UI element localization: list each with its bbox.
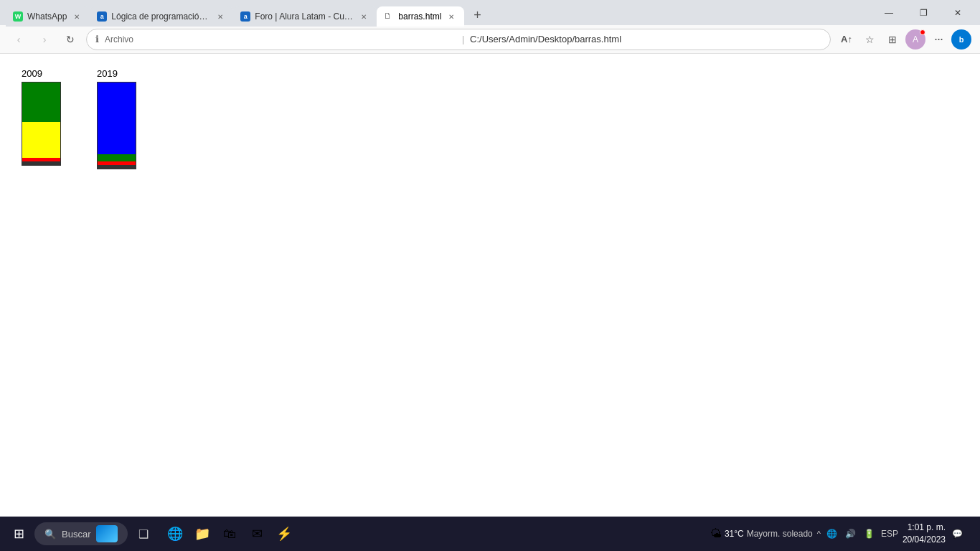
- volume-icon[interactable]: 🔊: [844, 527, 858, 541]
- menu-button[interactable]: ···: [928, 29, 948, 50]
- url-separator: |: [462, 34, 464, 44]
- bing-button[interactable]: b: [951, 29, 971, 50]
- window-controls: — ❐ ✕: [872, 1, 974, 24]
- profile-initial: A: [913, 34, 918, 44]
- mail-icon: ✉: [252, 526, 263, 542]
- toolbar-right: A↑ ☆ ⊞ A ··· b: [837, 29, 971, 50]
- browser-window: W WhatsApp ✕ a Lógica de programación: P…: [0, 0, 980, 551]
- tab-barras-label: barras.html: [398, 11, 441, 22]
- taskbar-store[interactable]: 🛍: [217, 521, 242, 547]
- tab-strip: W WhatsApp ✕ a Lógica de programación: P…: [6, 0, 864, 25]
- address-bar: ‹ › ↻ ℹ Archivo | C:/Users/Admin/Desktop…: [0, 25, 980, 54]
- taskbar-apps: 🌐 📁 🛍 ✉ ⚡: [162, 521, 297, 547]
- chart-2019-year: 2019: [97, 68, 118, 79]
- tab-whatsapp-label: WhatsApp: [27, 11, 67, 22]
- language-indicator[interactable]: ESP: [881, 529, 898, 539]
- url-prefix: Archivo: [105, 34, 456, 44]
- chart-2009-year: 2009: [22, 68, 42, 79]
- clock-time: 1:01 p. m.: [903, 522, 946, 534]
- weather-desc: Mayorm. soleado: [747, 529, 813, 539]
- tab-foro-label: Foro | Alura Latam - Cursos onlin: [255, 11, 354, 22]
- weather-widget[interactable]: 🌤 31°C Mayorm. soleado: [710, 527, 813, 540]
- tab-logica-close[interactable]: ✕: [215, 11, 226, 22]
- taskbar-vscode[interactable]: ⚡: [271, 521, 297, 547]
- taskbar: ⊞ 🔍 Buscar ❑ 🌐 📁 🛍 ✉: [0, 517, 980, 551]
- explorer-icon: 📁: [194, 526, 210, 542]
- network-icon[interactable]: 🌐: [825, 527, 839, 541]
- whatsapp-favicon: W: [13, 11, 23, 22]
- show-desktop-button[interactable]: [970, 521, 974, 547]
- taskbar-clock[interactable]: 1:01 p. m. 20/04/2023: [903, 522, 946, 546]
- refresh-button[interactable]: ↻: [60, 29, 80, 50]
- forward-button[interactable]: ›: [34, 29, 55, 50]
- url-bar[interactable]: ℹ Archivo | C:/Users/Admin/Desktop/barra…: [86, 29, 831, 50]
- page-content: 2009 2019: [0, 54, 980, 517]
- logica-favicon: a: [97, 11, 107, 22]
- store-icon: 🛍: [223, 527, 236, 542]
- taskbar-systray: 🌤 31°C Mayorm. soleado ^ 🌐 🔊 🔋 ESP 1:01 …: [710, 522, 964, 546]
- edge-icon: 🌐: [167, 526, 183, 542]
- tab-whatsapp-close[interactable]: ✕: [71, 11, 83, 22]
- tab-whatsapp[interactable]: W WhatsApp ✕: [6, 6, 90, 27]
- search-bing-logo: [96, 525, 118, 542]
- maximize-button[interactable]: ❐: [907, 1, 940, 24]
- back-button[interactable]: ‹: [9, 29, 29, 50]
- chart-2009-bar: [22, 82, 61, 166]
- start-button[interactable]: ⊞: [6, 521, 32, 547]
- tab-logica[interactable]: a Lógica de programación: Practic ✕: [90, 6, 233, 27]
- notification-dot: [920, 29, 925, 35]
- barras-favicon: 🗋: [384, 11, 394, 22]
- weather-icon: 🌤: [710, 527, 722, 540]
- vscode-icon: ⚡: [276, 526, 292, 542]
- taskbar-edge[interactable]: 🌐: [162, 521, 188, 547]
- favorites-button[interactable]: ☆: [859, 29, 880, 50]
- weather-temp: 31°C: [725, 529, 744, 539]
- tab-logica-label: Lógica de programación: Practic: [111, 11, 210, 22]
- clock-date: 20/04/2023: [903, 534, 946, 546]
- segment-2019-dark: [98, 165, 136, 169]
- taskbar-explorer[interactable]: 📁: [189, 521, 215, 547]
- battery-icon[interactable]: 🔋: [862, 527, 877, 541]
- close-button[interactable]: ✕: [941, 1, 974, 24]
- notification-button[interactable]: 💬: [950, 527, 964, 541]
- segment-2009-yellow: [22, 122, 60, 158]
- tab-foro[interactable]: a Foro | Alura Latam - Cursos onlin ✕: [233, 6, 377, 27]
- url-address: C:/Users/Admin/Desktop/barras.html: [470, 34, 821, 44]
- start-icon: ⊞: [14, 526, 24, 542]
- chart-2019-column: 2019: [97, 68, 136, 169]
- segment-2009-dark: [22, 161, 60, 165]
- read-aloud-button[interactable]: A↑: [837, 29, 857, 50]
- minimize-button[interactable]: —: [872, 1, 905, 24]
- taskbar-task-view[interactable]: ❑: [131, 521, 156, 547]
- foro-favicon: a: [240, 11, 250, 22]
- title-bar: W WhatsApp ✕ a Lógica de programación: P…: [0, 0, 980, 25]
- chart-2019-bar: [97, 82, 136, 169]
- taskbar-mail[interactable]: ✉: [244, 521, 270, 547]
- chart-area: 2009 2019: [22, 68, 958, 169]
- collections-button[interactable]: ⊞: [882, 29, 903, 50]
- search-text: Buscar: [62, 529, 90, 540]
- tab-foro-close[interactable]: ✕: [358, 11, 369, 22]
- systray-expand[interactable]: ^: [817, 529, 821, 538]
- tab-barras[interactable]: 🗋 barras.html ✕: [377, 6, 464, 27]
- taskbar-search[interactable]: 🔍 Buscar: [34, 522, 128, 545]
- new-tab-button[interactable]: +: [467, 5, 487, 25]
- task-view-icon: ❑: [138, 527, 149, 541]
- segment-2019-green: [98, 154, 136, 161]
- segment-2019-blue: [98, 83, 136, 154]
- url-info-icon: ℹ: [95, 34, 99, 44]
- chart-2009-column: 2009: [22, 68, 61, 166]
- segment-2009-green: [22, 83, 60, 122]
- tab-barras-close[interactable]: ✕: [446, 11, 457, 22]
- search-icon: 🔍: [44, 529, 56, 540]
- profile-button[interactable]: A: [905, 29, 925, 50]
